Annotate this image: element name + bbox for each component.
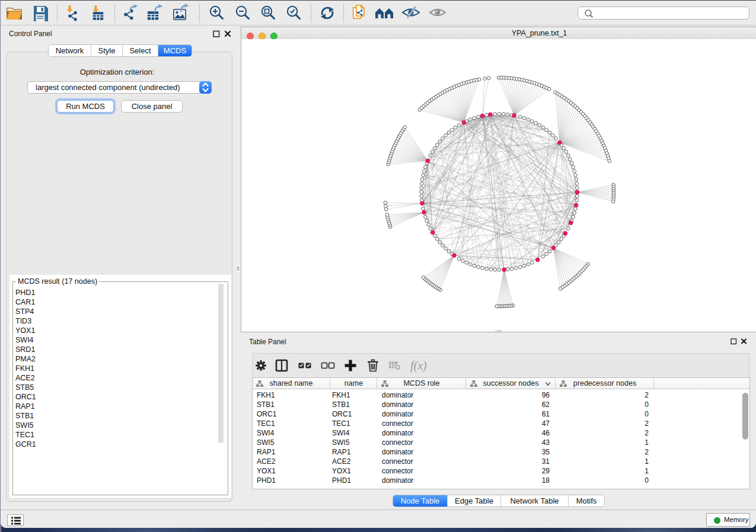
svg-text:f(x): f(x) [410, 359, 427, 373]
